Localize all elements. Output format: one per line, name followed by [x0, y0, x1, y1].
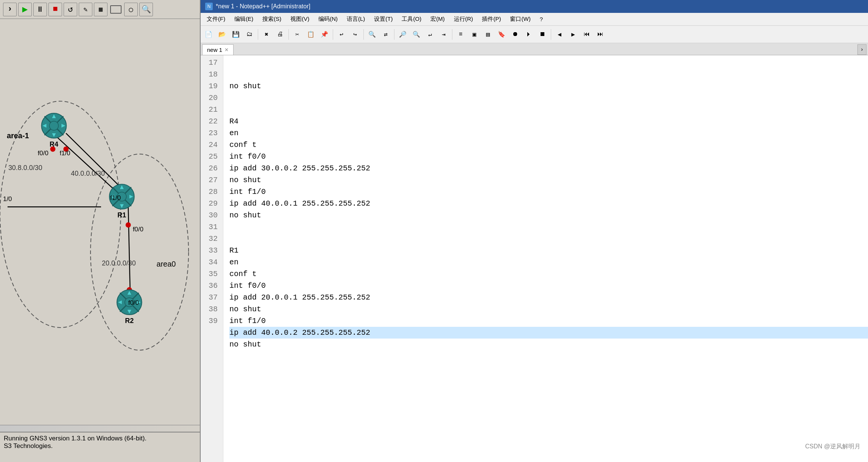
- line-number: 21: [201, 104, 220, 116]
- line-number: 34: [201, 256, 220, 268]
- menu-window[interactable]: 窗口(W): [505, 14, 535, 24]
- tool-redo[interactable]: ↪: [349, 28, 362, 41]
- tool-find[interactable]: 🔍: [366, 28, 379, 41]
- tool-extra1[interactable]: ◀: [553, 28, 566, 41]
- toolbar-ellipse-btn[interactable]: ◯: [124, 3, 138, 16]
- tool-find-replace[interactable]: ⇄: [379, 28, 392, 41]
- svg-text:f0/0: f0/0: [38, 150, 48, 157]
- line-number: 39: [201, 315, 220, 327]
- tool-align-center[interactable]: ▣: [468, 28, 481, 41]
- code-line-24: ip add 30.0.0.2 255.255.255.252: [229, 162, 868, 174]
- tool-copy[interactable]: 📋: [304, 28, 317, 41]
- menu-plugins[interactable]: 插件(P): [477, 14, 505, 24]
- code-line-22: conf t: [229, 139, 868, 151]
- line-number: 33: [201, 245, 220, 256]
- menu-encoding[interactable]: 编码(N): [314, 14, 342, 24]
- menu-tools[interactable]: 工具(O): [397, 14, 426, 24]
- tool-print[interactable]: 🖨: [274, 28, 287, 41]
- code-line-38: ip add 40.0.0.2 255.255.255.252: [229, 327, 868, 339]
- menu-language[interactable]: 语言(L): [342, 14, 369, 24]
- tool-paste[interactable]: 📌: [318, 28, 331, 41]
- tab-scroll-arrow[interactable]: ›: [857, 44, 866, 55]
- line-number: 23: [201, 127, 220, 139]
- svg-point-1: [90, 154, 189, 350]
- toolbar-screenshot-btn[interactable]: ▦: [94, 3, 108, 16]
- menu-run[interactable]: 运行(R): [449, 14, 478, 24]
- tool-new[interactable]: 📄: [202, 28, 215, 41]
- toolbar-reload-btn[interactable]: ↺: [64, 3, 77, 16]
- tool-bookmark[interactable]: 🔖: [495, 28, 508, 41]
- menu-edit[interactable]: 编辑(E): [230, 14, 258, 24]
- toolbar-rect-btn[interactable]: [110, 5, 122, 14]
- line-number: 24: [201, 139, 220, 151]
- tool-save[interactable]: 💾: [229, 28, 242, 41]
- tool-record-stop[interactable]: ⏹: [536, 28, 549, 41]
- gns3-canvas: R4 R1: [0, 19, 200, 425]
- line-number: 22: [201, 116, 220, 127]
- svg-text:f0/0: f0/0: [128, 299, 139, 306]
- toolbar-sep7: [551, 29, 551, 40]
- code-line-36: no shut: [229, 303, 868, 315]
- tool-zoom-out[interactable]: 🔍: [410, 28, 423, 41]
- tool-align-right[interactable]: ▤: [482, 28, 494, 41]
- svg-line-2: [53, 133, 120, 195]
- svg-text:20.0.0.0/30: 20.0.0.0/30: [102, 259, 136, 267]
- svg-text:f1/0: f1/0: [110, 194, 121, 201]
- code-line-17: no shut: [229, 80, 868, 92]
- code-line-34: int f0/0: [229, 280, 868, 292]
- svg-line-4: [128, 207, 130, 290]
- tool-extra3[interactable]: ⏮: [580, 28, 593, 41]
- svg-text:R4: R4: [50, 140, 58, 148]
- gns3-scrollbar[interactable]: [0, 425, 200, 432]
- line-number: 37: [201, 292, 220, 303]
- menu-file[interactable]: 文件(F): [202, 14, 230, 24]
- line-number: 25: [201, 151, 220, 162]
- code-line-32: en: [229, 256, 868, 268]
- menu-view[interactable]: 视图(V): [286, 14, 314, 24]
- tool-macro[interactable]: ⏺: [509, 28, 522, 41]
- tool-run-macro[interactable]: ⏵: [522, 28, 535, 41]
- toolbar-play-btn[interactable]: ▶: [18, 3, 32, 16]
- tab-new1[interactable]: new 1 ✕: [202, 44, 234, 55]
- tool-close[interactable]: ✖: [260, 28, 273, 41]
- menu-macro[interactable]: 宏(M): [426, 14, 449, 24]
- npp-code-area[interactable]: 1718192021222324252627282930313233343536…: [201, 55, 868, 462]
- toolbar-sep5: [394, 29, 394, 40]
- code-line-30: [229, 233, 868, 245]
- npp-toolbar: 📄 📂 💾 🗂 ✖ 🖨 ✂ 📋 📌 ↩ ↪ 🔍 ⇄ 🔎 🔍 ↵ ⇥ ≡ ▣ ▤ …: [201, 26, 868, 43]
- toolbar-stop-btn[interactable]: ■: [48, 3, 62, 16]
- code-line-19: [229, 104, 868, 116]
- code-line-39: no shut: [229, 339, 868, 350]
- tab-close-btn[interactable]: ✕: [224, 47, 229, 53]
- code-content[interactable]: no shut R4enconf tint f0/0ip add 30.0.0.…: [223, 55, 868, 462]
- svg-text:area-1: area-1: [7, 131, 29, 140]
- tool-cut[interactable]: ✂: [291, 28, 304, 41]
- toolbar-sep2: [288, 29, 289, 40]
- tool-align-left[interactable]: ≡: [454, 28, 467, 41]
- line-number: 28: [201, 186, 220, 198]
- toolbar-zoom-btn[interactable]: 🔍: [139, 3, 153, 16]
- menu-search[interactable]: 搜索(S): [258, 14, 286, 24]
- svg-text:f0/0: f0/0: [133, 226, 143, 233]
- line-number: 18: [201, 69, 220, 80]
- code-line-21: en: [229, 127, 868, 139]
- menu-settings[interactable]: 设置(T): [369, 14, 397, 24]
- tool-wordwrap[interactable]: ↵: [424, 28, 436, 41]
- toolbar-edit-btn[interactable]: ✎: [79, 3, 92, 16]
- line-number: 27: [201, 174, 220, 186]
- tool-zoom-in[interactable]: 🔎: [396, 28, 409, 41]
- tool-extra4[interactable]: ⏭: [594, 28, 607, 41]
- npp-title-text: *new 1 - Notepad++ [Administrator]: [216, 3, 310, 10]
- tool-extra2[interactable]: ▶: [567, 28, 580, 41]
- tool-undo[interactable]: ↩: [335, 28, 348, 41]
- menu-help[interactable]: ?: [535, 14, 547, 24]
- line-number: 26: [201, 162, 220, 174]
- tool-save-all[interactable]: 🗂: [243, 28, 256, 41]
- toolbar-sep4: [363, 29, 364, 40]
- toolbar-menu-btn[interactable]: ›: [3, 3, 17, 16]
- tool-open[interactable]: 📂: [216, 28, 229, 41]
- toolbar-sep3: [333, 29, 333, 40]
- toolbar-sep1: [258, 29, 258, 40]
- tool-indent[interactable]: ⇥: [437, 28, 450, 41]
- toolbar-pause-btn[interactable]: ⏸: [33, 3, 47, 16]
